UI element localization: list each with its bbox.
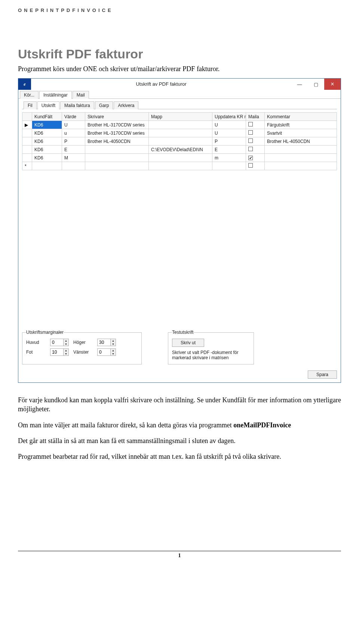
testprint-hint: Skriver ut valt PDF -dokument för marker… [172, 350, 250, 360]
input-huvud[interactable] [50, 339, 63, 346]
minimize-button[interactable]: — [291, 79, 308, 90]
spin-huvud[interactable]: ▲▼ [50, 339, 69, 346]
doc-header: ONEPRINTPDFINVOICE [18, 7, 341, 13]
table-row[interactable]: KD6EC:\EVODEV\Delad\EDI\INE [22, 146, 337, 154]
col-maila[interactable]: Maila [246, 113, 265, 121]
titlebar: e Utskrift av PDF fakturor — ▢ × [18, 79, 341, 90]
table-row[interactable]: KD6PBrother HL-4050CDNPBrother HL-4050CD… [22, 137, 337, 146]
testprint-legend: Testutskrift [172, 330, 193, 335]
paragraph-4: Programmet bearbetar rad för rad, vilket… [18, 452, 341, 461]
label-fot: Fot [26, 350, 46, 355]
maila-checkbox[interactable]: ✔ [248, 156, 253, 160]
tabs-main: Kör... Inställningar Mail [18, 90, 341, 99]
maila-checkbox[interactable] [248, 147, 253, 151]
maila-checkbox[interactable] [248, 122, 253, 126]
grid-wrap: KundFält Värde Skrivare Mapp Uppdatera K… [22, 112, 337, 327]
intro-text: Programmet körs under ONE och skriver ut… [18, 65, 341, 73]
save-button[interactable]: Spara [308, 370, 337, 379]
table-new-row[interactable]: * [22, 162, 337, 170]
label-hoger: Höger [73, 340, 93, 345]
col-kundfalt[interactable]: KundFält [32, 113, 62, 121]
tab-arkivera[interactable]: Arkivera [114, 101, 138, 109]
body-text: För varje kundkod kan man koppla valfri … [18, 396, 341, 461]
paragraph-3: Det går att ställa in så att man kan få … [18, 436, 341, 445]
table-row[interactable]: KD6Mm✔ [22, 154, 337, 162]
col-uppdatera[interactable]: Uppdatera KR med [212, 113, 246, 121]
input-fot[interactable] [50, 349, 63, 355]
paragraph-2: Om man inte väljer att maila fakturor di… [18, 421, 341, 430]
margins-fieldset: Utskriftsmarginaler Huvud ▲▼ Höger ▲▼ Fo… [22, 330, 142, 364]
col-kommentar[interactable]: Kommentar [265, 113, 337, 121]
input-vanster[interactable] [98, 349, 110, 355]
app-icon: e [18, 79, 31, 90]
col-varde[interactable]: Värde [62, 113, 85, 121]
app-window: e Utskrift av PDF fakturor — ▢ × Kör... … [18, 78, 341, 383]
window-title: Utskrift av PDF fakturor [31, 79, 291, 90]
label-vanster: Vänster [73, 350, 93, 355]
settings-grid[interactable]: KundFält Värde Skrivare Mapp Uppdatera K… [22, 112, 337, 170]
print-button[interactable]: Skriv ut [172, 339, 204, 347]
maximize-button[interactable]: ▢ [308, 79, 324, 90]
col-skrivare[interactable]: Skrivare [85, 113, 149, 121]
table-row[interactable]: ▶KD6UBrother HL-3170CDW seriesUFärgutskr… [22, 121, 337, 129]
maila-checkbox[interactable] [248, 138, 253, 143]
paragraph-1: För varje kundkod kan man koppla valfri … [18, 396, 341, 414]
tab-fil[interactable]: Fil [24, 101, 37, 109]
tab-maila-faktura[interactable]: Maila faktura [60, 101, 94, 109]
col-mapp[interactable]: Mapp [149, 113, 212, 121]
margins-legend: Utskriftsmarginaler [26, 330, 64, 335]
maila-checkbox[interactable] [248, 130, 253, 135]
table-row[interactable]: KD6uBrother HL-3170CDW seriesUSvartvit [22, 129, 337, 137]
input-hoger[interactable] [98, 339, 110, 346]
maila-checkbox[interactable] [248, 163, 253, 168]
grid-header-row: KundFält Värde Skrivare Mapp Uppdatera K… [22, 113, 337, 121]
bottom-panels: Utskriftsmarginaler Huvud ▲▼ Höger ▲▼ Fo… [22, 330, 337, 364]
tabs-sub: Fil Utskrift Maila faktura Garp Arkivera [22, 100, 337, 109]
program-name: oneMailPDFInvoice [233, 421, 291, 429]
page-title: Utskrift PDF fakturor [18, 47, 341, 61]
page-number: 1 [18, 551, 341, 559]
close-button[interactable]: × [324, 79, 341, 90]
tab-mail[interactable]: Mail [73, 91, 89, 99]
spin-hoger[interactable]: ▲▼ [97, 339, 116, 346]
spin-fot[interactable]: ▲▼ [50, 348, 69, 356]
tab-installningar[interactable]: Inställningar [39, 91, 72, 99]
testprint-fieldset: Testutskrift Skriv ut Skriver ut valt PD… [168, 330, 254, 364]
spin-vanster[interactable]: ▲▼ [97, 348, 116, 356]
tab-utskrift[interactable]: Utskrift [37, 101, 59, 109]
label-huvud: Huvud [26, 340, 46, 345]
tab-kor[interactable]: Kör... [20, 91, 39, 99]
tab-garp[interactable]: Garp [95, 101, 113, 109]
